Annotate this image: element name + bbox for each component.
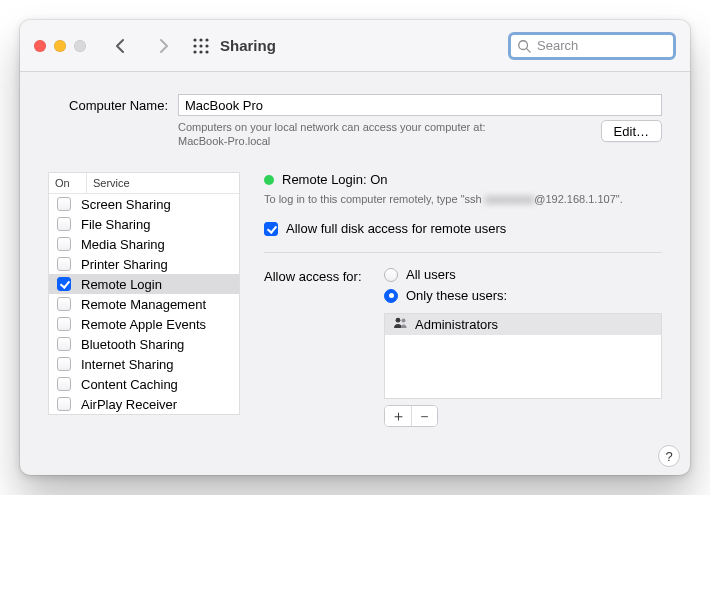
service-toggle[interactable]	[57, 257, 71, 271]
service-label: Remote Management	[81, 297, 206, 312]
search-field[interactable]	[508, 32, 676, 60]
forward-button[interactable]	[150, 37, 178, 55]
radio-all-users-label[interactable]: All users	[406, 267, 456, 282]
svg-line-10	[527, 48, 531, 52]
search-icon	[517, 39, 531, 53]
svg-point-7	[199, 50, 202, 53]
service-label: Internet Sharing	[81, 357, 174, 372]
edit-hostname-button[interactable]: Edit…	[601, 120, 662, 142]
service-toggle[interactable]	[57, 237, 71, 251]
full-disk-access-checkbox[interactable]	[264, 222, 278, 236]
service-toggle[interactable]	[57, 317, 71, 331]
service-row[interactable]: AirPlay Receiver	[49, 394, 239, 414]
service-row[interactable]: Internet Sharing	[49, 354, 239, 374]
service-toggle[interactable]	[57, 277, 71, 291]
show-all-icon[interactable]	[192, 37, 210, 55]
services-header-svc[interactable]: Service	[87, 173, 239, 193]
service-label: File Sharing	[81, 217, 150, 232]
svg-point-6	[193, 50, 196, 53]
help-button[interactable]: ?	[658, 445, 680, 467]
window-controls	[34, 40, 86, 52]
service-row[interactable]: Media Sharing	[49, 234, 239, 254]
add-user-button[interactable]: ＋	[385, 406, 411, 426]
svg-point-12	[402, 319, 406, 323]
services-table: On Service Screen SharingFile SharingMed…	[48, 172, 240, 415]
service-row[interactable]: Bluetooth Sharing	[49, 334, 239, 354]
service-toggle[interactable]	[57, 297, 71, 311]
computer-name-label: Computer Name:	[48, 98, 168, 113]
service-detail: Remote Login: On To log in to this compu…	[264, 172, 662, 427]
service-row[interactable]: Remote Management	[49, 294, 239, 314]
svg-point-4	[199, 44, 202, 47]
service-row[interactable]: Content Caching	[49, 374, 239, 394]
svg-point-0	[193, 38, 196, 41]
allowed-users-list[interactable]: Administrators	[384, 313, 662, 399]
computer-name-subtitle: Computers on your local network can acce…	[178, 120, 601, 148]
content: Computer Name: Computers on your local n…	[20, 72, 690, 451]
nav-buttons	[106, 37, 178, 55]
service-toggle[interactable]	[57, 337, 71, 351]
svg-point-8	[205, 50, 208, 53]
service-row[interactable]: Remote Apple Events	[49, 314, 239, 334]
login-hint: To log in to this computer remotely, typ…	[264, 193, 662, 205]
service-toggle[interactable]	[57, 397, 71, 411]
service-label: Media Sharing	[81, 237, 165, 252]
user-row[interactable]: Administrators	[385, 314, 661, 335]
service-toggle[interactable]	[57, 377, 71, 391]
computer-name-input[interactable]	[178, 94, 662, 116]
zoom-icon	[74, 40, 86, 52]
service-toggle[interactable]	[57, 217, 71, 231]
service-label: Printer Sharing	[81, 257, 168, 272]
svg-point-2	[205, 38, 208, 41]
svg-point-1	[199, 38, 202, 41]
service-toggle[interactable]	[57, 197, 71, 211]
minimize-icon[interactable]	[54, 40, 66, 52]
titlebar: Sharing	[20, 20, 690, 72]
status-indicator-icon	[264, 175, 274, 185]
service-label: Bluetooth Sharing	[81, 337, 184, 352]
service-row[interactable]: Printer Sharing	[49, 254, 239, 274]
user-label: Administrators	[415, 317, 498, 332]
radio-all-users[interactable]	[384, 268, 398, 282]
status-text: Remote Login: On	[282, 172, 388, 187]
services-header-on[interactable]: On	[49, 173, 87, 193]
remove-user-button[interactable]: －	[411, 406, 437, 426]
full-disk-access-label[interactable]: Allow full disk access for remote users	[286, 221, 506, 236]
service-toggle[interactable]	[57, 357, 71, 371]
users-icon	[393, 317, 409, 332]
service-label: AirPlay Receiver	[81, 397, 177, 412]
window-title: Sharing	[220, 37, 276, 54]
service-row[interactable]: File Sharing	[49, 214, 239, 234]
service-label: Remote Login	[81, 277, 162, 292]
user-list-buttons: ＋ －	[384, 405, 438, 427]
back-button[interactable]	[106, 37, 134, 55]
radio-only-these-users-label[interactable]: Only these users:	[406, 288, 507, 303]
svg-point-11	[396, 318, 401, 323]
close-icon[interactable]	[34, 40, 46, 52]
svg-point-5	[205, 44, 208, 47]
access-label: Allow access for:	[264, 267, 374, 284]
svg-point-3	[193, 44, 196, 47]
service-row[interactable]: Screen Sharing	[49, 194, 239, 214]
service-label: Screen Sharing	[81, 197, 171, 212]
service-row[interactable]: Remote Login	[49, 274, 239, 294]
preferences-window: Sharing Computer Name: Computers on your…	[20, 20, 690, 475]
services-header: On Service	[49, 173, 239, 194]
search-input[interactable]	[537, 38, 667, 53]
service-label: Remote Apple Events	[81, 317, 206, 332]
radio-only-these-users[interactable]	[384, 289, 398, 303]
divider	[264, 252, 662, 253]
service-label: Content Caching	[81, 377, 178, 392]
